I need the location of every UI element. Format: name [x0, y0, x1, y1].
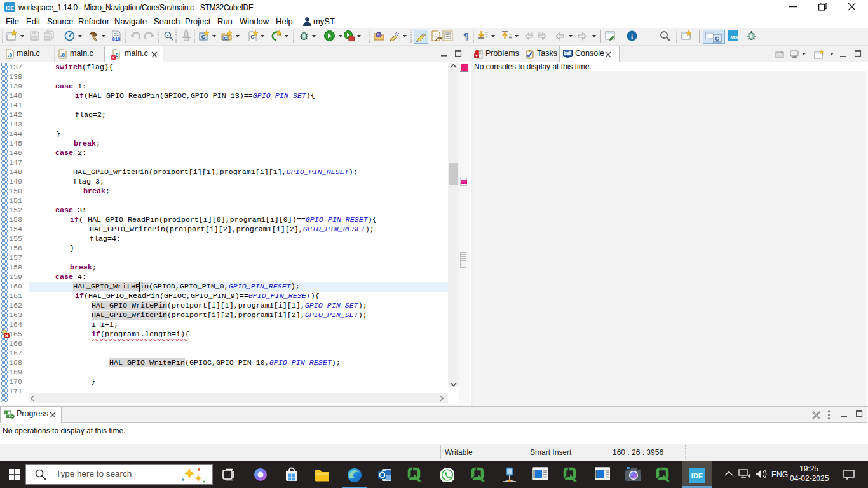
svg-text:i: i — [631, 32, 633, 40]
svg-text:¶: ¶ — [463, 31, 468, 41]
svg-text:C: C — [715, 36, 719, 42]
svg-text:.c: .c — [8, 51, 13, 58]
svg-text:C: C — [224, 36, 227, 41]
svg-text:c: c — [115, 51, 118, 58]
svg-text:IDE: IDE — [6, 5, 14, 11]
svg-text:.c: .c — [60, 51, 65, 58]
svg-text:IDE: IDE — [691, 472, 703, 480]
svg-text:010: 010 — [112, 37, 121, 42]
svg-text:MX: MX — [730, 34, 738, 41]
